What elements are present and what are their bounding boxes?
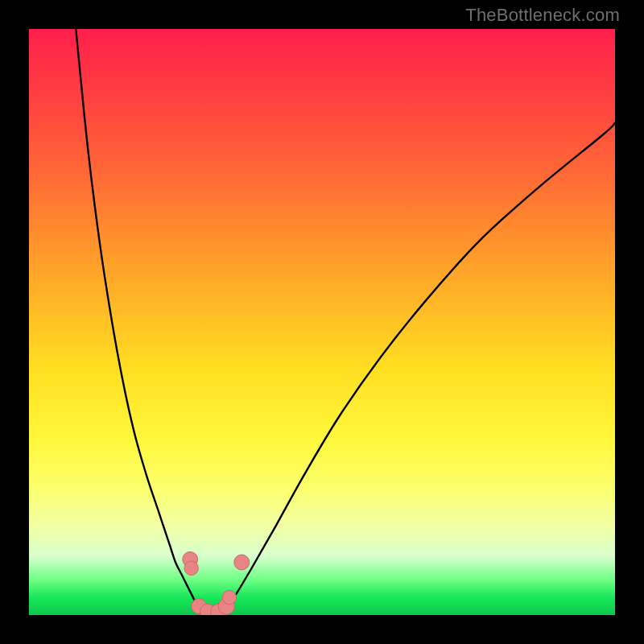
watermark-text: TheBottleneck.com — [465, 5, 620, 26]
chart-frame: TheBottleneck.com — [0, 0, 644, 644]
marker-dot — [234, 555, 250, 570]
marker-dot — [222, 590, 236, 604]
plot-area — [29, 29, 615, 615]
bottleneck-markers — [183, 551, 250, 615]
marker-dot — [184, 561, 198, 575]
left-branch-curve — [76, 29, 204, 615]
right-branch-curve — [222, 122, 615, 615]
curves-svg — [29, 29, 615, 615]
